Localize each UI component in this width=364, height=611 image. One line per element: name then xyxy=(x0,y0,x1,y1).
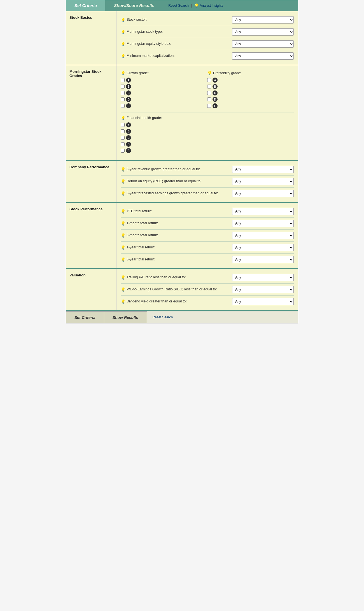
top-nav: Set Criteria Show/Score Results Reset Se… xyxy=(66,0,298,11)
growth-grade-b-checkbox[interactable] xyxy=(121,85,125,88)
bulb-icon: 💡 xyxy=(194,3,199,8)
select-dividend-yield[interactable]: Any 1% 2% 3% 4% 5% xyxy=(232,298,294,305)
bulb-icon-roe: 💡 xyxy=(121,179,125,184)
bottom-nav: Set Criteria Show Results Reset Search xyxy=(66,311,298,323)
growth-grade-d-badge: D xyxy=(126,97,131,102)
stock-basics-fields: 💡 Stock sector: Any Technology Healthcar… xyxy=(116,11,298,65)
morningstar-grades-fields: 💡 Growth grade: A B xyxy=(116,65,298,160)
field-row-equity-style-box: 💡 Morningstar equity style box: Any Larg… xyxy=(121,38,294,50)
profitability-grade-a-badge: A xyxy=(213,78,218,83)
tab-show-score-results[interactable]: Show/Score Results xyxy=(106,0,163,11)
select-trailing-pe[interactable]: Any 10 15 20 25 30 xyxy=(232,274,294,281)
bulb-icon-equity-style-box: 💡 xyxy=(121,41,125,46)
select-3month-return[interactable]: Any Greater than 0% Greater than 5% Grea… xyxy=(232,232,294,239)
financial-health-grade-c-checkbox[interactable] xyxy=(121,136,125,140)
field-row-1month-return: 💡 1-month total return: Any Greater than… xyxy=(121,218,294,230)
field-label-stock-sector: 💡 Stock sector: xyxy=(121,17,232,22)
growth-grade-f-item: F xyxy=(121,103,207,108)
valuation-fields: 💡 Trailing P/E ratio less than or equal … xyxy=(116,269,298,310)
field-label-trailing-pe: 💡 Trailing P/E ratio less than or equal … xyxy=(121,275,232,280)
company-performance-fields: 💡 3-year revenue growth greater than or … xyxy=(116,161,298,202)
analyst-insights-link[interactable]: 💡 Analyst Insights xyxy=(194,3,223,8)
financial-health-grade-a-checkbox[interactable] xyxy=(121,123,125,127)
profitability-grade-d-badge: D xyxy=(213,97,218,102)
select-1month-return[interactable]: Any Greater than 0% Greater than 5% Grea… xyxy=(232,220,294,227)
profitability-grade-col: 💡 Profitability grade: A B xyxy=(207,71,294,110)
financial-health-grade-b-badge: B xyxy=(126,129,131,134)
field-row-3month-return: 💡 3-month total return: Any Greater than… xyxy=(121,230,294,242)
financial-health-title: 💡 Financial health grade: xyxy=(121,116,294,120)
growth-grade-title: 💡 Growth grade: xyxy=(121,71,207,75)
field-row-trailing-pe: 💡 Trailing P/E ratio less than or equal … xyxy=(121,272,294,284)
select-ytd-return[interactable]: Any Greater than 0% Greater than 5% Grea… xyxy=(232,208,294,215)
select-morningstar-stock-type[interactable]: Any High Yield Distressed Hard Asset Cyc… xyxy=(232,28,294,36)
profitability-grade-b-badge: B xyxy=(213,84,218,89)
field-row-earnings-growth: 💡 5-year forecasted earnings growth grea… xyxy=(121,188,294,199)
field-label-min-market-cap: 💡 Minimum market capitalization: xyxy=(121,53,232,59)
bulb-icon-1year-return: 💡 xyxy=(121,245,125,250)
profitability-grade-b-checkbox[interactable] xyxy=(207,85,211,88)
valuation-section: Valuation 💡 Trailing P/E ratio less than… xyxy=(66,269,298,311)
financial-health-grade-d-item: D xyxy=(121,142,294,147)
growth-grade-d-checkbox[interactable] xyxy=(121,97,125,101)
growth-grade-a-checkbox[interactable] xyxy=(121,78,125,82)
select-5year-return[interactable]: Any Greater than 0% Greater than 5% Grea… xyxy=(232,256,294,263)
field-label-1year-return: 💡 1-year total return: xyxy=(121,245,232,250)
financial-health-grade-f-item: F xyxy=(121,148,294,153)
field-label-revenue-growth: 💡 3-year revenue growth greater than or … xyxy=(121,167,232,172)
financial-health-grade-d-checkbox[interactable] xyxy=(121,142,125,146)
profitability-grade-f-checkbox[interactable] xyxy=(207,104,211,108)
select-stock-sector[interactable]: Any Technology Healthcare Financial Serv… xyxy=(232,16,294,24)
bulb-icon-ytd-return: 💡 xyxy=(121,209,125,214)
profitability-grade-a-checkbox[interactable] xyxy=(207,78,211,82)
field-row-morningstar-stock-type: 💡 Morningstar stock type: Any High Yield… xyxy=(121,26,294,38)
profitability-grade-c-checkbox[interactable] xyxy=(207,91,211,95)
stock-performance-section: Stock Performance 💡 YTD total return: An… xyxy=(66,203,298,269)
tab-set-criteria[interactable]: Set Criteria xyxy=(66,0,106,11)
field-row-ytd-return: 💡 YTD total return: Any Greater than 0% … xyxy=(121,206,294,218)
bulb-icon-stock-sector: 💡 xyxy=(121,17,125,22)
profitability-grade-title: 💡 Profitability grade: xyxy=(207,71,294,75)
select-earnings-growth[interactable]: Any 5% 10% 15% 20% xyxy=(232,190,294,197)
growth-grade-a-badge: A xyxy=(126,78,131,83)
field-label-roe: 💡 Return on equity (ROE) greater than or… xyxy=(121,179,232,184)
growth-grade-f-badge: F xyxy=(126,103,131,108)
bottom-tab-set-criteria[interactable]: Set Criteria xyxy=(66,311,104,323)
profitability-grade-d-item: D xyxy=(207,97,294,102)
financial-health-grade-f-checkbox[interactable] xyxy=(121,149,125,153)
growth-grade-f-checkbox[interactable] xyxy=(121,104,125,108)
company-performance-label: Company Performance xyxy=(66,161,116,202)
bulb-icon-revenue-growth: 💡 xyxy=(121,167,125,172)
financial-health-grade-a-item: A xyxy=(121,122,294,127)
financial-health-grade-c-badge: C xyxy=(126,135,131,140)
field-label-3month-return: 💡 3-month total return: xyxy=(121,233,232,238)
select-min-market-cap[interactable]: Any $100 Million $500 Million $1 Billion… xyxy=(232,52,294,60)
growth-grade-col: 💡 Growth grade: A B xyxy=(121,71,207,110)
main-content: Stock Basics 💡 Stock sector: Any Technol… xyxy=(66,11,298,311)
field-row-stock-sector: 💡 Stock sector: Any Technology Healthcar… xyxy=(121,14,294,26)
select-roe[interactable]: Any 5% 10% 15% 20% xyxy=(232,178,294,185)
profitability-grade-b-item: B xyxy=(207,84,294,89)
bottom-reset-search[interactable]: Reset Search xyxy=(147,311,179,323)
select-1year-return[interactable]: Any Greater than 0% Greater than 5% Grea… xyxy=(232,244,294,251)
reset-search-link[interactable]: Reset Search xyxy=(168,4,189,8)
stock-basics-section: Stock Basics 💡 Stock sector: Any Technol… xyxy=(66,11,298,65)
select-peg-ratio[interactable]: Any 0.5 1.0 1.5 2.0 xyxy=(232,286,294,293)
analyst-insights-label: Analyst Insights xyxy=(200,4,223,8)
growth-grade-c-checkbox[interactable] xyxy=(121,91,125,95)
profitability-grade-a-item: A xyxy=(207,78,294,83)
bottom-tab-show-results[interactable]: Show Results xyxy=(104,311,147,323)
field-row-min-market-cap: 💡 Minimum market capitalization: Any $10… xyxy=(121,50,294,62)
bulb-icon-trailing-pe: 💡 xyxy=(121,275,125,280)
financial-health-grade-a-badge: A xyxy=(126,122,131,127)
select-revenue-growth[interactable]: Any 5% 10% 15% 20% 25% xyxy=(232,166,294,173)
financial-health-grade-b-checkbox[interactable] xyxy=(121,129,125,133)
bulb-icon-financial-health: 💡 xyxy=(121,116,125,120)
bulb-icon-peg-ratio: 💡 xyxy=(121,287,125,292)
select-equity-style-box[interactable]: Any Large Value Large Blend Large Growth… xyxy=(232,40,294,48)
profitability-grade-d-checkbox[interactable] xyxy=(207,97,211,101)
field-row-revenue-growth: 💡 3-year revenue growth greater than or … xyxy=(121,164,294,176)
field-label-dividend-yield: 💡 Dividend yield greater than or equal t… xyxy=(121,299,232,304)
page-wrapper: Set Criteria Show/Score Results Reset Se… xyxy=(66,0,298,323)
bulb-icon-earnings-growth: 💡 xyxy=(121,191,125,196)
